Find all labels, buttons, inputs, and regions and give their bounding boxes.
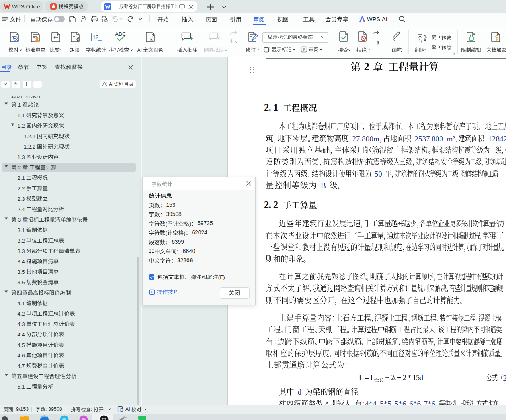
svg-text:A: A — [424, 38, 426, 42]
svg-text:12: 12 — [93, 34, 98, 40]
svg-text:ABC: ABC — [115, 31, 126, 37]
